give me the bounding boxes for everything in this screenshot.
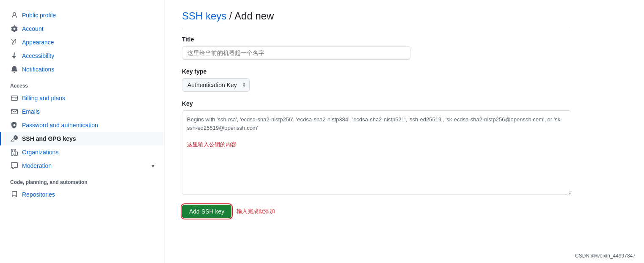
sidebar-section-code: Code, planning, and automation <box>0 173 165 188</box>
sidebar-item-emails[interactable]: Emails <box>0 105 165 118</box>
key-group: Key Begins with 'ssh-rsa', 'ecdsa-sha2-n… <box>182 100 571 196</box>
sidebar-item-moderation[interactable]: Moderation ▾ <box>0 159 165 173</box>
sidebar-item-organizations[interactable]: Organizations <box>0 145 165 159</box>
button-row: Add SSH key 输入完成就添加 <box>182 205 571 218</box>
sidebar-label-notifications: Notifications <box>22 66 54 73</box>
sidebar-item-account[interactable]: Account <box>0 22 165 36</box>
page-title: Add new <box>234 10 274 22</box>
watermark: CSDN @weixin_44997847 <box>575 253 636 259</box>
sidebar-label-billing: Billing and plans <box>22 95 65 101</box>
org-icon <box>11 149 18 156</box>
sidebar-label-account: Account <box>22 25 44 32</box>
sidebar-item-notifications[interactable]: Notifications <box>0 63 165 76</box>
breadcrumb-separator: / <box>229 10 232 22</box>
sidebar-section-access: Access <box>0 76 165 91</box>
sidebar-label-password-auth: Password and authentication <box>22 122 98 129</box>
key-textarea[interactable] <box>182 110 571 195</box>
key-type-label: Key type <box>182 68 571 75</box>
sidebar-item-appearance[interactable]: Appearance <box>0 36 165 49</box>
add-button-annotation: 输入完成就添加 <box>237 208 275 215</box>
sidebar-label-emails: Emails <box>22 108 40 115</box>
accessibility-icon <box>11 52 18 59</box>
title-label: Title <box>182 36 571 43</box>
bell-icon <box>11 66 18 73</box>
sidebar-label-ssh-gpg: SSH and GPG keys <box>22 135 76 142</box>
title-group: Title <box>182 36 571 60</box>
moderation-icon <box>11 162 18 169</box>
key-label: Key <box>182 100 571 107</box>
sidebar-item-repositories[interactable]: Repositories <box>0 188 165 201</box>
paintbrush-icon <box>11 39 18 46</box>
main-content: SSH keys / Add new Title Key type Authen… <box>165 0 588 263</box>
chevron-down-icon: ▾ <box>151 162 154 169</box>
key-type-group: Key type Authentication Key Signing Key … <box>182 68 571 92</box>
sidebar-label-organizations: Organizations <box>22 149 58 156</box>
sidebar-item-public-profile[interactable]: Public profile <box>0 8 165 22</box>
title-input[interactable] <box>182 46 410 60</box>
person-icon <box>11 12 18 19</box>
gear-icon <box>11 25 18 32</box>
sidebar: Public profile Account Appearance Access… <box>0 0 165 263</box>
sidebar-label-public-profile: Public profile <box>22 12 56 19</box>
sidebar-label-accessibility: Accessibility <box>22 52 54 59</box>
sidebar-item-billing[interactable]: Billing and plans <box>0 91 165 105</box>
add-ssh-key-button[interactable]: Add SSH key <box>182 205 231 218</box>
sidebar-label-appearance: Appearance <box>22 39 54 46</box>
credit-card-icon <box>11 95 18 101</box>
sidebar-item-accessibility[interactable]: Accessibility <box>0 49 165 63</box>
mail-icon <box>11 108 18 115</box>
shield-icon <box>11 122 18 129</box>
sidebar-item-password-auth[interactable]: Password and authentication <box>0 118 165 132</box>
key-type-select[interactable]: Authentication Key Signing Key <box>182 78 250 92</box>
sidebar-label-moderation: Moderation <box>22 162 52 169</box>
sidebar-item-ssh-gpg[interactable]: SSH and GPG keys <box>0 132 165 145</box>
key-textarea-wrapper: Begins with 'ssh-rsa', 'ecdsa-sha2-nistp… <box>182 110 571 196</box>
sidebar-label-repositories: Repositories <box>22 191 55 198</box>
key-type-select-wrapper: Authentication Key Signing Key ⇕ <box>182 78 250 92</box>
page-header: SSH keys / Add new <box>182 10 571 29</box>
key-icon <box>11 135 18 142</box>
breadcrumb-link[interactable]: SSH keys <box>182 10 226 22</box>
repo-icon <box>11 191 18 198</box>
